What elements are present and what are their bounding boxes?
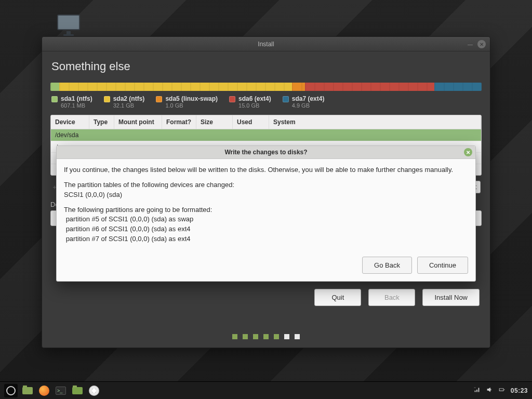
col-type[interactable]: Type [89, 115, 114, 129]
legend-size: 1.0 GB [165, 102, 218, 109]
legend-label: sda5 (linux-swap) [165, 95, 218, 102]
clock[interactable]: 05:23 [511, 387, 528, 394]
swatch-icon [104, 96, 110, 102]
taskbar: >_ 05:23 [0, 381, 532, 399]
dialog-changed-heading: The partition tables of the following de… [64, 181, 234, 189]
folder-icon [72, 387, 83, 394]
window-minimize-button[interactable]: — [466, 40, 474, 48]
installer-task[interactable] [87, 384, 101, 397]
page-title: Something else [51, 60, 481, 73]
legend-sda1: sda1 (ntfs)607.1 MB [51, 95, 92, 109]
files-launcher[interactable] [71, 384, 84, 397]
firefox-icon [39, 385, 49, 396]
swatch-icon [229, 96, 235, 102]
volume-icon[interactable] [486, 386, 493, 395]
terminal-icon: >_ [56, 387, 66, 395]
swatch-icon [283, 96, 289, 102]
partition-usage-bar [50, 83, 482, 91]
battery-icon[interactable] [498, 386, 506, 395]
legend-sda6: sda6 (ext4)15.0 GB [229, 95, 271, 109]
legend-sda5: sda5 (linux-swap)1.0 GB [156, 95, 218, 109]
legend-size: 4.9 GB [292, 102, 325, 109]
partition-segment-sda5[interactable] [292, 83, 305, 91]
partition-legend: sda1 (ntfs)607.1 MB sda2 (ntfs)32.1 GB s… [50, 95, 482, 112]
quit-button[interactable]: Quit [314, 289, 361, 306]
legend-label: sda6 (ext4) [238, 95, 271, 102]
legend-label: sda2 (ntfs) [113, 95, 145, 102]
legend-label: sda1 (ntfs) [61, 95, 92, 102]
continue-button[interactable]: Continue [417, 257, 468, 274]
start-menu-button[interactable] [4, 384, 18, 397]
col-system[interactable]: System [269, 115, 481, 129]
dialog-close-button[interactable]: ✕ [464, 148, 472, 156]
disc-icon [89, 385, 99, 396]
swatch-icon [156, 96, 162, 102]
install-now-button[interactable]: Install Now [422, 289, 480, 306]
network-icon[interactable] [473, 386, 481, 395]
mint-logo-icon [6, 386, 16, 395]
partition-segment-sda6[interactable] [305, 83, 434, 91]
desktop-computer-icon[interactable] [54, 15, 83, 36]
confirm-write-dialog: Write the changes to disks? ✕ If you con… [56, 145, 476, 282]
system-tray: 05:23 [473, 386, 528, 395]
dialog-format-heading: The following partitions are going to be… [64, 206, 212, 214]
dialog-format-item: partition #7 of SCSI1 (0,0,0) (sda) as e… [66, 235, 191, 243]
col-size[interactable]: Size [196, 115, 233, 129]
legend-label: sda7 (ext4) [292, 95, 325, 102]
back-button[interactable]: Back [368, 289, 415, 306]
terminal-launcher[interactable]: >_ [54, 384, 68, 397]
legend-sda2: sda2 (ntfs)32.1 GB [104, 95, 145, 109]
window-titlebar[interactable]: Install — ✕ [42, 37, 490, 51]
legend-sda7: sda7 (ext4)4.9 GB [283, 95, 325, 109]
dialog-format-item: partition #6 of SCSI1 (0,0,0) (sda) as e… [66, 225, 191, 233]
window-title: Install [258, 41, 274, 48]
firefox-launcher[interactable] [37, 384, 51, 397]
swatch-icon [51, 96, 58, 102]
col-mount[interactable]: Mount point [114, 115, 162, 129]
dialog-changed-item: SCSI1 (0,0,0) (sda) [64, 191, 122, 198]
legend-size: 15.0 GB [238, 102, 271, 109]
table-header-row: Device Type Mount point Format? Size Use… [51, 115, 481, 129]
disk-row[interactable]: /dev/sda [51, 129, 481, 141]
dialog-title-text: Write the changes to disks? [224, 149, 307, 156]
partition-segment-sda7[interactable] [434, 83, 482, 91]
col-used[interactable]: Used [233, 115, 269, 129]
col-format[interactable]: Format? [162, 115, 196, 129]
col-device[interactable]: Device [51, 115, 89, 129]
legend-size: 32.1 GB [113, 102, 145, 109]
partition-segment-sda2[interactable] [59, 83, 292, 91]
folder-icon [22, 387, 33, 394]
legend-size: 607.1 MB [61, 102, 92, 109]
dialog-intro: If you continue, the changes listed belo… [64, 165, 468, 175]
dialog-titlebar[interactable]: Write the changes to disks? ✕ [57, 146, 475, 159]
go-back-button[interactable]: Go Back [362, 257, 412, 274]
window-close-button[interactable]: ✕ [477, 40, 486, 48]
dialog-format-item: partition #5 of SCSI1 (0,0,0) (sda) as s… [66, 215, 194, 223]
show-desktop-button[interactable] [21, 384, 34, 397]
partition-segment-sda1[interactable] [50, 83, 59, 91]
step-indicator [50, 325, 482, 340]
dialog-body: If you continue, the changes listed belo… [57, 159, 475, 257]
